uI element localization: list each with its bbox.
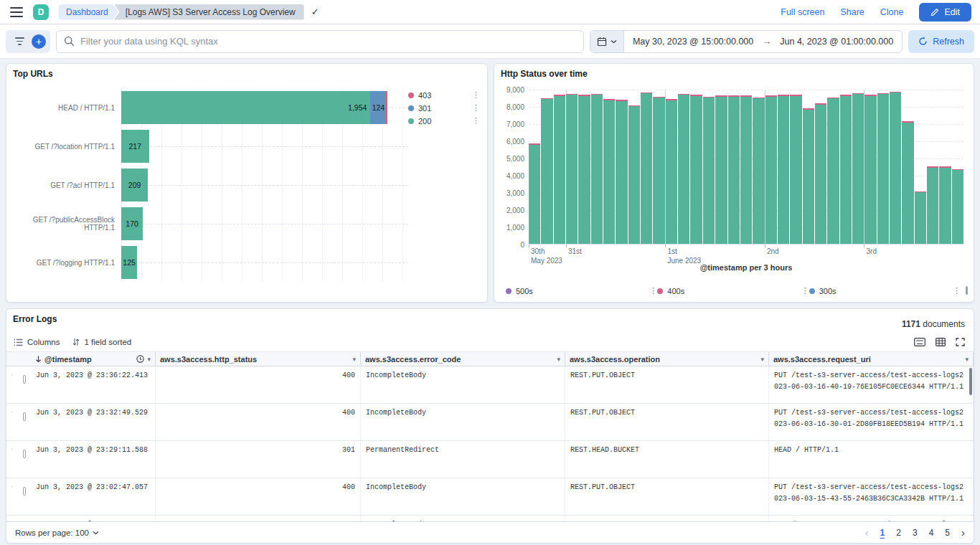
column-header-timestamp[interactable]: @timestamp▾ bbox=[31, 352, 156, 366]
legend-item[interactable]: 300s⋮ bbox=[809, 285, 961, 296]
stacked-bar[interactable]: 170 bbox=[121, 207, 143, 240]
space-avatar[interactable]: D bbox=[33, 4, 49, 20]
legend-options-icon[interactable]: ⋮ bbox=[801, 286, 809, 295]
bar-column[interactable] bbox=[890, 92, 901, 244]
columns-button[interactable]: Columns bbox=[14, 338, 60, 346]
bar-column[interactable] bbox=[778, 95, 789, 244]
bar-column[interactable] bbox=[852, 93, 864, 244]
bar-column[interactable] bbox=[840, 95, 852, 244]
bar-column[interactable] bbox=[827, 98, 839, 244]
bar-column[interactable] bbox=[616, 100, 627, 244]
legend-options-icon[interactable]: ⋮ bbox=[472, 116, 480, 125]
kql-search-input[interactable] bbox=[80, 36, 576, 47]
bar-segment-200[interactable]: 1,954 bbox=[121, 91, 370, 124]
keyboard-icon[interactable] bbox=[914, 338, 925, 346]
menu-icon[interactable] bbox=[10, 7, 23, 17]
row-checkbox[interactable] bbox=[23, 450, 26, 458]
expand-row-cell[interactable] bbox=[6, 366, 18, 403]
bar-column[interactable] bbox=[952, 169, 963, 244]
page-number-4[interactable]: 4 bbox=[929, 528, 934, 538]
breadcrumb-dashboard[interactable]: Dashboard bbox=[59, 4, 118, 20]
expand-row-cell[interactable] bbox=[6, 441, 18, 478]
bar-column[interactable] bbox=[803, 108, 814, 244]
bar-column[interactable] bbox=[678, 94, 689, 244]
legend-options-icon[interactable]: ⋮ bbox=[472, 103, 480, 113]
bar-column[interactable] bbox=[554, 95, 565, 244]
expand-row-cell[interactable] bbox=[6, 404, 18, 440]
bar-column[interactable] bbox=[740, 95, 752, 244]
bar-segment-301[interactable]: 124 bbox=[370, 91, 386, 124]
page-number-2[interactable]: 2 bbox=[896, 528, 901, 538]
column-header-error_code[interactable]: aws.s3access.error_code▾ bbox=[361, 352, 565, 366]
bar-column[interactable] bbox=[877, 93, 889, 244]
expand-icon[interactable] bbox=[11, 445, 13, 453]
bar-column[interactable] bbox=[578, 95, 590, 244]
legend-scrollbar[interactable] bbox=[966, 286, 968, 295]
stacked-bar[interactable]: 1,954124 bbox=[121, 91, 387, 124]
pagination-prev-icon[interactable]: ‹ bbox=[865, 526, 869, 539]
sort-fields-button[interactable]: 1 field sorted bbox=[72, 338, 131, 346]
bar-column[interactable] bbox=[603, 99, 615, 244]
date-from[interactable]: May 30, 2023 @ 15:00:00.000 bbox=[624, 31, 762, 52]
row-checkbox[interactable] bbox=[23, 375, 26, 384]
bar-column[interactable] bbox=[765, 95, 777, 244]
legend-item[interactable]: 400s⋮ bbox=[657, 285, 809, 296]
bar-segment-403[interactable] bbox=[386, 91, 387, 124]
bar-column[interactable] bbox=[566, 94, 578, 244]
stacked-bar[interactable]: 217 bbox=[121, 130, 149, 163]
grid-scrollbar[interactable] bbox=[969, 368, 972, 395]
add-filter-button[interactable]: + bbox=[32, 34, 46, 49]
bar-column[interactable] bbox=[790, 95, 801, 244]
filter-icon[interactable] bbox=[10, 32, 29, 51]
row-checkbox[interactable] bbox=[23, 487, 26, 496]
expand-icon[interactable] bbox=[11, 483, 13, 490]
bar-segment-200[interactable]: 209 bbox=[121, 169, 148, 202]
row-checkbox[interactable] bbox=[23, 412, 26, 421]
check-icon[interactable]: ✓ bbox=[311, 6, 319, 17]
bar-segment-200[interactable]: 217 bbox=[121, 130, 149, 163]
page-number-5[interactable]: 5 bbox=[945, 528, 950, 538]
bar-column[interactable] bbox=[864, 95, 876, 244]
expand-icon[interactable] bbox=[11, 371, 13, 379]
legend-options-icon[interactable]: ⋮ bbox=[953, 286, 961, 295]
column-header-http_status[interactable]: aws.s3access.http_status▾ bbox=[156, 352, 361, 366]
bar-column[interactable] bbox=[529, 143, 540, 244]
date-to[interactable]: Jun 4, 2023 @ 01:00:00.000 bbox=[771, 31, 902, 52]
expand-icon[interactable] bbox=[11, 408, 13, 416]
column-header-operation[interactable]: aws.s3access.operation▾ bbox=[565, 352, 769, 366]
bar-column[interactable] bbox=[927, 166, 938, 244]
bar-column[interactable] bbox=[690, 95, 702, 244]
bar-column[interactable] bbox=[653, 97, 664, 245]
fullscreen-icon[interactable] bbox=[956, 338, 965, 346]
bar-column[interactable] bbox=[591, 94, 603, 244]
bar-column[interactable] bbox=[641, 93, 652, 245]
clone-link[interactable]: Clone bbox=[880, 7, 904, 17]
pagination-next-icon[interactable]: › bbox=[961, 526, 965, 539]
bar-column[interactable] bbox=[628, 105, 640, 245]
bar-column[interactable] bbox=[703, 97, 715, 245]
bar-column[interactable] bbox=[715, 95, 727, 244]
refresh-button[interactable]: Refresh bbox=[908, 30, 974, 53]
legend-item[interactable]: 200⋮ bbox=[408, 115, 480, 126]
page-number-1[interactable]: 1 bbox=[880, 528, 885, 538]
bar-column[interactable] bbox=[541, 98, 552, 244]
legend-item[interactable]: 500s⋮ bbox=[506, 285, 657, 296]
legend-options-icon[interactable]: ⋮ bbox=[649, 286, 657, 295]
page-number-3[interactable]: 3 bbox=[913, 528, 918, 538]
legend-item[interactable]: 301⋮ bbox=[408, 103, 480, 113]
stacked-bar[interactable]: 125 bbox=[121, 246, 137, 279]
stacked-bar[interactable]: 209 bbox=[121, 169, 148, 202]
expand-row-cell[interactable] bbox=[6, 478, 18, 515]
bar-column[interactable] bbox=[815, 103, 826, 244]
breadcrumb-current[interactable]: [Logs AWS] S3 Server Access Log Overview bbox=[114, 4, 304, 20]
calendar-button[interactable] bbox=[590, 31, 624, 52]
edit-button[interactable]: Edit bbox=[919, 3, 971, 22]
bar-column[interactable] bbox=[728, 95, 740, 244]
full-screen-link[interactable]: Full screen bbox=[781, 7, 824, 17]
bar-column[interactable] bbox=[753, 98, 764, 244]
column-header-request_uri[interactable]: aws.s3access.request_uri▾ bbox=[769, 352, 974, 366]
bar-segment-200[interactable]: 170 bbox=[121, 207, 143, 240]
rows-per-page-button[interactable]: Rows per page: 100 bbox=[15, 529, 99, 537]
legend-options-icon[interactable]: ⋮ bbox=[472, 90, 480, 100]
bar-column[interactable] bbox=[902, 121, 913, 244]
